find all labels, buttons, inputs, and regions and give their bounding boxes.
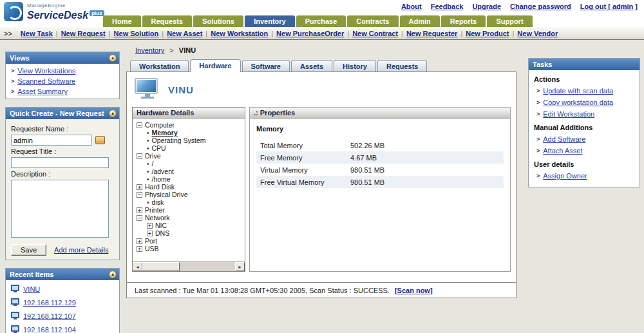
tree-node[interactable]: •/ bbox=[134, 160, 243, 167]
tree-node[interactable]: •Operating System bbox=[134, 137, 243, 144]
scrollbar-thumb[interactable] bbox=[142, 262, 180, 271]
tree-node[interactable]: •disk bbox=[134, 198, 243, 206]
tree-node-label[interactable]: DNS bbox=[155, 229, 169, 237]
tree-node[interactable]: −Network bbox=[134, 214, 243, 222]
views-item-link[interactable]: Asset Summary bbox=[17, 88, 68, 95]
task-item[interactable]: >Add Software bbox=[529, 133, 639, 145]
tab-software[interactable]: Software bbox=[242, 60, 290, 71]
quick-link[interactable]: New Requester bbox=[406, 30, 457, 37]
quick-link[interactable]: New Workstation bbox=[211, 30, 268, 37]
requester-picker-icon[interactable] bbox=[95, 136, 105, 144]
quick-link[interactable]: New Task bbox=[21, 30, 53, 37]
expand-icon[interactable]: + bbox=[137, 238, 142, 244]
scan-now-link[interactable]: [Scan now] bbox=[395, 287, 433, 294]
expand-icon[interactable]: + bbox=[147, 223, 153, 229]
horizontal-scrollbar[interactable]: ◄ ► bbox=[133, 262, 245, 271]
tree-node[interactable]: +Hard Disk bbox=[134, 183, 243, 191]
task-item[interactable]: >Edit Workstation bbox=[529, 108, 639, 120]
top-link[interactable]: Change password bbox=[510, 3, 571, 10]
task-item-link[interactable]: Copy workstation data bbox=[543, 99, 613, 106]
tree-node-label[interactable]: / bbox=[152, 160, 154, 167]
nav-tab-support[interactable]: Support bbox=[487, 15, 532, 27]
task-item-link[interactable]: Attach Asset bbox=[543, 147, 582, 155]
tree-node-label[interactable]: Computer bbox=[145, 121, 175, 129]
task-item-link[interactable]: Edit Workstation bbox=[543, 110, 594, 118]
nav-tab-inventory[interactable]: Inventory bbox=[245, 15, 295, 27]
tree-node[interactable]: +DNS bbox=[134, 229, 243, 237]
top-link[interactable]: About bbox=[401, 3, 422, 10]
nav-tab-contracts[interactable]: Contracts bbox=[347, 15, 398, 27]
tab-hardware[interactable]: Hardware bbox=[190, 59, 240, 72]
tree-node-label[interactable]: Memory bbox=[152, 129, 178, 137]
scrollbar-track[interactable] bbox=[142, 262, 235, 271]
tree-node[interactable]: +NIC bbox=[134, 222, 243, 229]
requester-name-input[interactable] bbox=[11, 135, 92, 146]
collapse-icon[interactable]: − bbox=[137, 215, 142, 221]
tree-node-label[interactable]: Printer bbox=[145, 206, 165, 214]
tree-node[interactable]: −Drive bbox=[134, 152, 243, 160]
task-item[interactable]: >Update with scan data bbox=[529, 85, 639, 97]
top-link[interactable]: Log out [ admin ] bbox=[580, 3, 638, 10]
task-item-link[interactable]: Update with scan data bbox=[543, 87, 613, 95]
recent-item-link[interactable]: 192.168.112.129 bbox=[23, 299, 76, 307]
scroll-right-icon[interactable]: ► bbox=[235, 262, 245, 271]
nav-tab-reports[interactable]: Reports bbox=[441, 15, 486, 27]
nav-tab-requests[interactable]: Requests bbox=[142, 15, 193, 27]
description-textarea[interactable] bbox=[11, 180, 109, 238]
recent-item[interactable]: 192.168.112.129 bbox=[8, 296, 117, 309]
tree-node[interactable]: +Printer bbox=[134, 206, 243, 214]
tree-node[interactable]: −Computer bbox=[134, 121, 243, 129]
tree-node-label[interactable]: CPU bbox=[152, 144, 166, 152]
recent-item-link[interactable]: 192.168.112.104 bbox=[23, 326, 76, 333]
recent-item[interactable]: VINU bbox=[8, 282, 117, 296]
quick-link[interactable]: New Vendor bbox=[517, 30, 558, 37]
views-item[interactable]: >Asset Summary bbox=[8, 86, 117, 97]
tree-node[interactable]: +USB bbox=[134, 245, 243, 252]
nav-tab-admin[interactable]: Admin bbox=[400, 15, 440, 27]
request-title-input[interactable] bbox=[11, 157, 109, 168]
task-item-link[interactable]: Add Software bbox=[543, 135, 585, 143]
tree-node-label[interactable]: Physical Drive bbox=[145, 191, 188, 198]
tab-workstation[interactable]: Workstation bbox=[130, 60, 189, 71]
quick-link[interactable]: New Solution bbox=[114, 30, 159, 37]
task-item[interactable]: >Copy workstation data bbox=[529, 97, 639, 108]
recent-item-link[interactable]: 192.168.112.107 bbox=[23, 312, 76, 320]
quick-link[interactable]: New Contract bbox=[352, 30, 398, 37]
tree-node[interactable]: •/advent bbox=[134, 167, 243, 175]
tree-node-label[interactable]: /home bbox=[152, 175, 171, 183]
nav-tab-home[interactable]: Home bbox=[103, 15, 141, 27]
expand-icon[interactable]: + bbox=[137, 184, 142, 190]
tree-node[interactable]: •/home bbox=[134, 175, 243, 183]
tree-node-label[interactable]: Network bbox=[145, 214, 170, 222]
quick-link[interactable]: New Product bbox=[466, 30, 509, 37]
quick-link[interactable]: New Asset bbox=[167, 30, 202, 37]
task-item[interactable]: >Attach Asset bbox=[529, 145, 639, 157]
tab-assets[interactable]: Assets bbox=[291, 60, 332, 71]
collapse-icon[interactable]: − bbox=[137, 153, 142, 159]
recent-item[interactable]: 192.168.112.107 bbox=[8, 309, 117, 323]
tree-node-label[interactable]: USB bbox=[145, 245, 159, 252]
nav-tab-purchase[interactable]: Purchase bbox=[296, 15, 346, 27]
collapse-icon[interactable]: ▲ bbox=[109, 271, 117, 278]
views-item[interactable]: >View Workstations bbox=[8, 66, 117, 76]
tree-node-label[interactable]: Operating System bbox=[152, 137, 206, 144]
tree-node-label[interactable]: disk bbox=[152, 198, 164, 206]
tree-node-label[interactable]: Hard Disk bbox=[145, 183, 175, 191]
collapse-icon[interactable]: ▲ bbox=[109, 109, 117, 117]
tree-node-label[interactable]: Drive bbox=[145, 152, 161, 160]
collapse-icon[interactable]: − bbox=[137, 192, 142, 198]
top-link[interactable]: Upgrade bbox=[472, 3, 501, 10]
collapse-icon[interactable]: − bbox=[137, 122, 142, 128]
add-more-details-link[interactable]: Add more Details bbox=[54, 246, 108, 254]
task-item-link[interactable]: Assign Owner bbox=[543, 172, 587, 180]
tree-node-label[interactable]: NIC bbox=[155, 222, 167, 229]
tree-node[interactable]: •Memory bbox=[134, 129, 243, 137]
tab-history[interactable]: History bbox=[334, 60, 376, 71]
expand-icon[interactable]: + bbox=[137, 207, 142, 213]
views-item-link[interactable]: View Workstations bbox=[17, 67, 75, 75]
tree-node[interactable]: •CPU bbox=[134, 144, 243, 152]
views-item[interactable]: >Scanned Software bbox=[8, 76, 117, 86]
tab-requests[interactable]: Requests bbox=[377, 60, 428, 71]
tree-node[interactable]: +Port bbox=[134, 237, 243, 245]
expand-icon[interactable]: + bbox=[147, 231, 153, 236]
